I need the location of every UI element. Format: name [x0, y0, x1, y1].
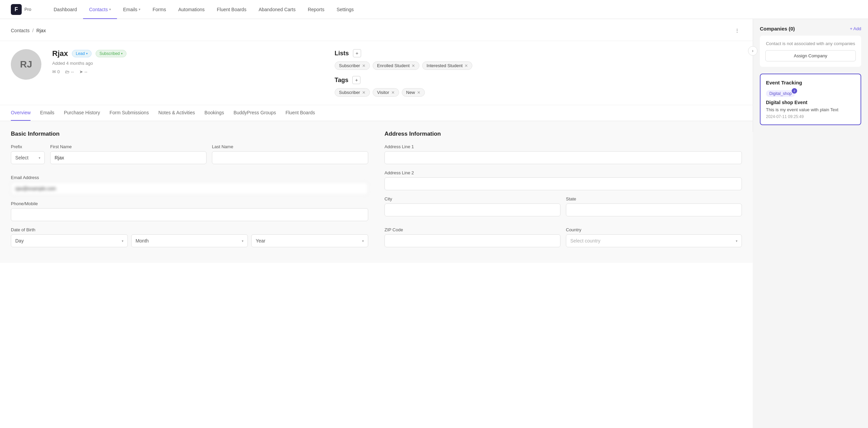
nav-automations[interactable]: Automations [172, 0, 211, 19]
folder-count: 🗁 -- [65, 69, 74, 74]
address-info-section: Address Information Address Line 1 Addre… [384, 131, 742, 253]
contact-added-text: Added 4 months ago [52, 61, 324, 66]
dob-year-select[interactable]: Year ▾ [251, 234, 368, 247]
event-timestamp: 2024-07-11 09:25:49 [766, 114, 855, 119]
nav-contacts[interactable]: Contacts ▾ [83, 0, 117, 19]
remove-interested-list-button[interactable]: ✕ [465, 63, 468, 68]
list-item: Subscriber ✕ [335, 61, 370, 70]
tags-title: Tags [335, 77, 349, 84]
dob-label: Date of Birth [11, 227, 368, 232]
subscribed-chevron-icon: ▾ [121, 52, 123, 55]
lists-title: Lists [335, 50, 349, 57]
state-label: State [566, 196, 742, 201]
tab-overview[interactable]: Overview [11, 105, 31, 121]
remove-new-tag-button[interactable]: ✕ [417, 90, 420, 95]
lead-badge[interactable]: Lead ▾ [72, 50, 92, 57]
event-name: Digital shop Event [766, 100, 855, 105]
address-line1-input[interactable] [384, 151, 742, 164]
tab-bookings[interactable]: Bookings [204, 105, 224, 121]
logo-box: F [11, 4, 22, 15]
dob-month-select[interactable]: Month ▾ [131, 234, 248, 247]
remove-visitor-tag-button[interactable]: ✕ [391, 90, 395, 95]
nav-forms[interactable]: Forms [146, 0, 172, 19]
contact-name-row: Rjax Lead ▾ Subscribed ▾ [52, 49, 324, 58]
logo-area[interactable]: F Pro [11, 4, 31, 15]
event-card: Digital_shop 2 Digital shop Event This i… [766, 90, 855, 119]
event-tracking-section: Event Tracking Digital_shop 2 Digital sh… [760, 74, 861, 125]
form-sections: Basic Information Prefix Select ▾ First … [11, 131, 742, 253]
city-state-row: City State [384, 196, 742, 222]
nav-fluent-boards[interactable]: Fluent Boards [211, 0, 253, 19]
email-input[interactable] [11, 182, 368, 195]
tags-header-row: Tags + [335, 76, 742, 84]
phone-input[interactable] [11, 208, 368, 221]
breadcrumb-contacts-link[interactable]: Contacts [11, 28, 29, 33]
nav-links: Dashboard Contacts ▾ Emails ▾ Forms Auto… [47, 0, 857, 19]
prefix-label: Prefix [11, 144, 45, 149]
panel-toggle-button[interactable]: › [753, 46, 757, 56]
tab-purchase-history[interactable]: Purchase History [64, 105, 100, 121]
folder-icon: 🗁 [65, 69, 70, 74]
city-field-group: City [384, 196, 560, 216]
event-count-badge: 2 [792, 88, 797, 94]
add-list-button[interactable]: + [353, 49, 361, 57]
tab-notes-activities[interactable]: Notes & Activities [158, 105, 195, 121]
logo-icon: F [15, 6, 18, 13]
tabs-bar: Overview Emails Purchase History Form Su… [0, 105, 753, 121]
prefix-select[interactable]: Select ▾ [11, 151, 45, 164]
dob-day-chevron-icon: ▾ [122, 239, 123, 243]
email-label: Email Address [11, 175, 368, 180]
subscribed-badge[interactable]: Subscribed ▾ [96, 50, 126, 57]
tab-fluent-boards[interactable]: Fluent Boards [285, 105, 315, 121]
nav-dashboard[interactable]: Dashboard [47, 0, 83, 19]
left-panel: Contacts / Rjax ⋮ RJ Rjax Lead ▾ Subsc [0, 19, 753, 428]
country-label: Country [566, 227, 742, 232]
address-info-title: Address Information [384, 131, 742, 137]
first-name-input[interactable] [50, 151, 206, 164]
address-line1-label: Address Line 1 [384, 144, 742, 149]
nav-reports[interactable]: Reports [302, 0, 331, 19]
contact-header: RJ Rjax Lead ▾ Subscribed ▾ Added 4 mont… [0, 41, 753, 105]
last-name-field-group: Last Name [212, 144, 368, 164]
contacts-chevron-icon: ▾ [109, 7, 111, 11]
logo-pro-label: Pro [24, 7, 31, 12]
country-select[interactable]: Select country ▾ [566, 234, 742, 247]
zip-input[interactable] [384, 234, 560, 247]
lead-chevron-icon: ▾ [86, 52, 88, 55]
phone-label: Phone/Mobile [11, 201, 368, 206]
remove-enrolled-list-button[interactable]: ✕ [412, 63, 415, 68]
remove-subscriber-tag-button[interactable]: ✕ [362, 90, 366, 95]
state-field-group: State [566, 196, 742, 216]
city-input[interactable] [384, 203, 560, 216]
tab-form-submissions[interactable]: Form Submissions [110, 105, 149, 121]
more-options-button[interactable]: ⋮ [732, 26, 742, 35]
contact-name: Rjax [52, 49, 68, 58]
zip-label: ZIP Code [384, 227, 560, 232]
email-field-group: Email Address [11, 175, 368, 195]
tag-item: Subscriber ✕ [335, 88, 370, 97]
nav-emails[interactable]: Emails ▾ [117, 0, 146, 19]
breadcrumb-bar: Contacts / Rjax ⋮ [0, 19, 753, 41]
dob-day-select[interactable]: Day ▾ [11, 234, 128, 247]
country-chevron-icon: ▾ [736, 239, 737, 243]
state-input[interactable] [566, 203, 742, 216]
add-tag-button[interactable]: + [352, 76, 360, 84]
tag-item: New ✕ [402, 88, 425, 97]
country-field-group: Country Select country ▾ [566, 227, 742, 247]
tags-chips-row: Subscriber ✕ Visitor ✕ New ✕ [335, 88, 742, 97]
nav-abandoned-carts[interactable]: Abandoned Carts [253, 0, 302, 19]
lists-header-row: Lists + [335, 49, 742, 57]
nav-settings[interactable]: Settings [331, 0, 360, 19]
emails-chevron-icon: ▾ [139, 7, 140, 11]
tab-buddypress-groups[interactable]: BuddyPress Groups [234, 105, 276, 121]
assign-company-button[interactable]: Assign Company [765, 50, 856, 61]
tab-emails[interactable]: Emails [40, 105, 54, 121]
tag-item: Visitor ✕ [373, 88, 399, 97]
remove-subscriber-list-button[interactable]: ✕ [362, 63, 366, 68]
add-company-link[interactable]: + Add [850, 26, 861, 31]
breadcrumb-separator: / [32, 28, 34, 33]
send-count: ➤ -- [79, 69, 87, 74]
last-name-input[interactable] [212, 151, 368, 164]
address-line2-input[interactable] [384, 177, 742, 190]
dob-year-chevron-icon: ▾ [362, 239, 364, 243]
